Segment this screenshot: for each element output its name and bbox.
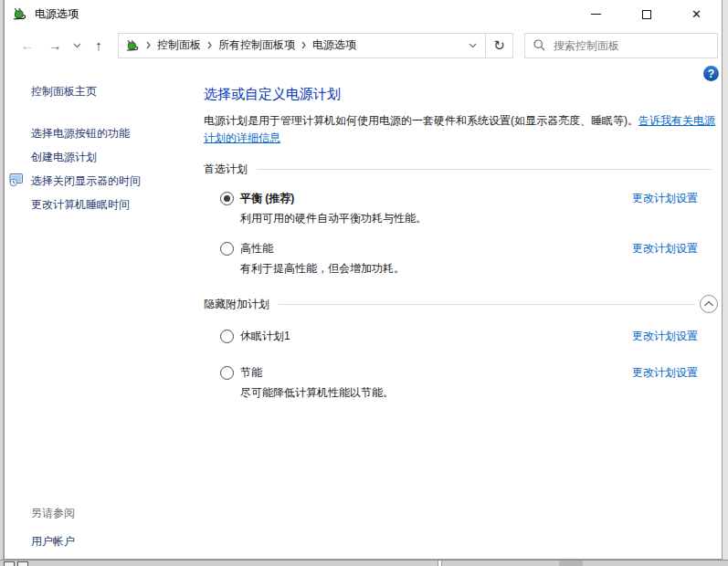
address-bar[interactable]: 控制面板 所有控制面板项 电源选项 ↻ — [118, 33, 513, 58]
maximize-icon — [642, 10, 651, 19]
plan-description: 利用可用的硬件自动平衡功耗与性能。 — [240, 211, 718, 226]
plan-description: 尽可能降低计算机性能以节能。 — [240, 385, 718, 401]
background-scrollbar — [559, 561, 583, 566]
title-bar: 电源选项 ✕ — [5, 0, 722, 28]
power-plug-icon — [12, 6, 27, 22]
chevron-down-icon — [73, 43, 81, 48]
plan-row-high-performance: 高性能 更改计划设置 有利于提高性能，但会增加功耗。 — [204, 240, 718, 277]
section-header-hidden-plans: 隐藏附加计划 — [204, 295, 718, 313]
plan-row-hibernate-plan: 休眠计划1 更改计划设置 — [204, 328, 718, 344]
breadcrumb-separator-icon — [140, 41, 157, 49]
sidebar-item-label: 选择电源按钮的功能 — [31, 127, 130, 140]
search-input[interactable] — [554, 39, 709, 52]
up-button[interactable]: ↑ — [85, 32, 112, 59]
change-plan-settings-link[interactable]: 更改计划设置 — [632, 191, 698, 206]
forward-button[interactable]: → — [41, 32, 69, 59]
chevron-up-icon — [703, 300, 714, 308]
background-chip — [4, 561, 15, 566]
recent-pages-dropdown-button[interactable] — [69, 32, 85, 59]
sidebar-task-list: 选择电源按钮的功能 创建电源计划 选择关闭显示器的时间 — [5, 121, 200, 216]
section-label: 首选计划 — [204, 162, 248, 177]
navigation-toolbar: ← → ↑ 控制面板 所有控制面板项 电源选项 — [5, 28, 722, 62]
change-plan-settings-link[interactable]: 更改计划设置 — [632, 329, 698, 344]
collapse-section-button[interactable] — [700, 295, 718, 313]
address-history-dropdown-button[interactable] — [459, 34, 485, 58]
sidebar-item-label: 更改计算机睡眠时间 — [31, 198, 130, 211]
content-area: ? 控制面板主页 选择电源按钮的功能 创建电源计划 — [5, 62, 722, 559]
radio-power-saver[interactable] — [220, 366, 234, 380]
breadcrumb-separator-icon — [201, 41, 218, 49]
radio-balanced[interactable] — [220, 192, 234, 205]
plan-name: 节能 — [240, 365, 262, 381]
radio-hibernate-plan[interactable] — [220, 330, 234, 343]
sidebar-item-display-off-time[interactable]: 选择关闭显示器的时间 — [5, 169, 200, 193]
sidebar-item-sleep-time[interactable]: 更改计算机睡眠时间 — [5, 193, 200, 216]
maximize-button[interactable] — [621, 0, 671, 28]
sleep-sphere-icon — [9, 196, 24, 211]
display-clock-icon — [9, 173, 24, 187]
background-divider — [438, 561, 442, 566]
breadcrumb-all-items[interactable]: 所有控制面板项 — [218, 37, 295, 53]
sidebar-item-create-plan[interactable]: 创建电源计划 — [5, 145, 200, 169]
section-rule — [279, 304, 695, 305]
radio-high-performance[interactable] — [220, 242, 234, 256]
intro-body: 电源计划是用于管理计算机如何使用电源的一套硬件和系统设置(如显示器亮度、睡眠等)… — [204, 114, 638, 127]
power-options-window: 电源选项 ✕ ← → ↑ 控制面板 所有控 — [4, 0, 723, 560]
breadcrumb-separator-icon — [295, 41, 312, 49]
search-icon — [533, 39, 545, 51]
intro-text: 电源计划是用于管理计算机如何使用电源的一套硬件和系统设置(如显示器亮度、睡眠等)… — [204, 112, 718, 147]
page-title: 选择或自定义电源计划 — [204, 86, 718, 103]
plan-row-balanced: 平衡 (推荐) 更改计划设置 利用可用的硬件自动平衡功耗与性能。 — [204, 190, 718, 226]
close-icon: ✕ — [691, 8, 702, 20]
see-also-header: 另请参阅 — [31, 506, 75, 521]
change-plan-settings-link[interactable]: 更改计划设置 — [632, 241, 698, 257]
minimize-button[interactable] — [571, 0, 621, 28]
section-rule — [257, 169, 712, 170]
background-chip — [17, 561, 28, 566]
sidebar: 控制面板主页 选择电源按钮的功能 创建电源计划 — [5, 62, 200, 559]
background-window-bottom-edge — [0, 560, 728, 566]
power-plug-icon — [125, 38, 140, 53]
section-label: 隐藏附加计划 — [204, 297, 269, 312]
plan-name: 高性能 — [240, 241, 273, 257]
refresh-button[interactable]: ↻ — [485, 34, 512, 58]
section-header-preferred-plans: 首选计划 — [204, 162, 718, 177]
sidebar-item-control-panel-home[interactable]: 控制面板主页 — [31, 84, 200, 100]
plan-description: 有利于提高性能，但会增加功耗。 — [240, 261, 718, 277]
chevron-down-icon — [469, 43, 477, 48]
main-panel: 选择或自定义电源计划 电源计划是用于管理计算机如何使用电源的一套硬件和系统设置(… — [204, 62, 718, 401]
minimize-icon — [591, 14, 601, 15]
sidebar-item-label: 选择关闭显示器的时间 — [31, 174, 141, 187]
address-bar-end: ↻ — [459, 34, 512, 58]
plan-name: 休眠计划1 — [240, 329, 290, 344]
back-button[interactable]: ← — [14, 32, 41, 59]
breadcrumb-power-options[interactable]: 电源选项 — [312, 37, 356, 53]
change-plan-settings-link[interactable]: 更改计划设置 — [632, 365, 698, 381]
search-box[interactable] — [524, 33, 718, 58]
window-title: 电源选项 — [35, 6, 79, 22]
sidebar-item-power-buttons[interactable]: 选择电源按钮的功能 — [5, 121, 200, 145]
plan-name: 平衡 (推荐) — [240, 191, 294, 206]
sidebar-item-user-accounts[interactable]: 用户帐户 — [31, 534, 75, 550]
sidebar-item-label: 创建电源计划 — [31, 151, 97, 163]
plan-row-power-saver: 节能 更改计划设置 尽可能降低计算机性能以节能。 — [204, 364, 718, 401]
see-also-section: 另请参阅 用户帐户 — [31, 506, 75, 550]
breadcrumb-control-panel[interactable]: 控制面板 — [157, 37, 201, 53]
close-button[interactable]: ✕ — [671, 0, 722, 28]
